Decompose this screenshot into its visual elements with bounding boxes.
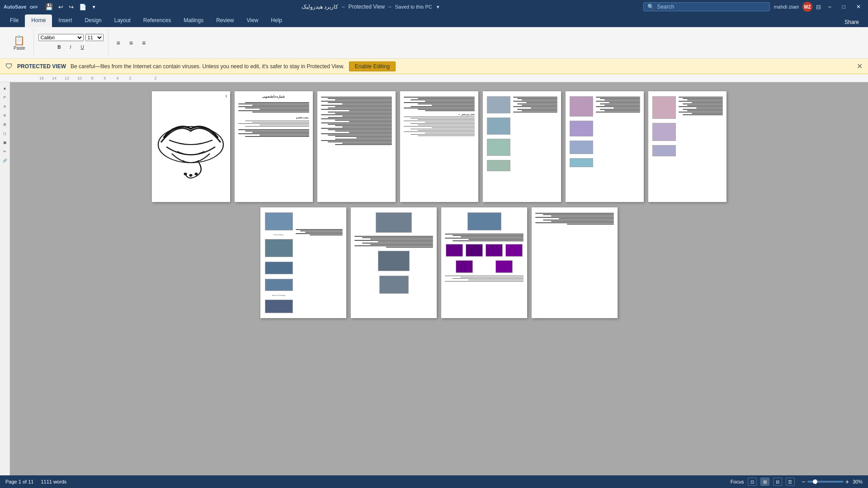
page-2-section2	[238, 129, 309, 137]
page-11-content	[532, 207, 618, 318]
page-8-img4	[265, 279, 293, 291]
tab-file[interactable]: File	[4, 14, 25, 27]
ribbon-group-font: Calibri 11 B I U	[34, 29, 108, 56]
left-tool-1[interactable]: P	[1, 93, 9, 101]
page-5-content	[483, 91, 561, 202]
page-6-text	[596, 95, 640, 198]
page-8-img2	[265, 239, 293, 257]
shield-icon: 🛡	[5, 62, 13, 70]
align-center-button[interactable]: ≡	[126, 38, 137, 48]
ribbon-group-paragraph: ≡ ≡ ≡	[108, 29, 154, 56]
title-center: کاربرد هیدرولیک – Protected View – Saved…	[102, 4, 640, 10]
bold-button[interactable]: B	[54, 43, 64, 52]
left-tool-3[interactable]: B	[1, 111, 9, 119]
page-10-text1	[445, 234, 524, 241]
page-10-grid-img3	[466, 244, 483, 257]
zoom-in-button[interactable]: +	[845, 478, 849, 485]
page-6-img3	[570, 141, 593, 154]
maximize-button[interactable]: □	[839, 0, 849, 14]
app-logo: AutoSave OFF	[4, 4, 38, 9]
customize-icon[interactable]: ▼	[90, 4, 98, 10]
web-layout-button[interactable]: ⊟	[773, 478, 782, 486]
page-10-top-img	[445, 211, 524, 232]
page-10-grid-img2	[486, 244, 503, 257]
page-10-grid-img5	[495, 260, 513, 273]
page-3-text	[321, 97, 392, 145]
saved-dropdown-icon[interactable]: ▼	[436, 5, 440, 9]
ruler-2: 2	[124, 76, 137, 80]
read-mode-button[interactable]: ⊞	[760, 478, 769, 486]
page-10-content	[441, 207, 527, 318]
share-button[interactable]: Share	[839, 17, 864, 27]
font-size-select[interactable]: 11	[85, 34, 104, 41]
tab-help[interactable]: Help	[264, 14, 288, 27]
page-3[interactable]	[317, 91, 396, 202]
page-8-img5	[265, 300, 293, 313]
enable-editing-button[interactable]: Enable Editing	[349, 61, 396, 71]
ruler-12: 12	[61, 76, 73, 80]
left-tool-6[interactable]: ▣	[1, 138, 9, 146]
page-4[interactable]: فصل دوم بخش ۱:	[400, 91, 478, 202]
italic-button[interactable]: I	[66, 43, 75, 52]
tab-design[interactable]: Design	[78, 14, 108, 27]
left-tool-2[interactable]: A	[1, 102, 9, 110]
page-9-img-bot	[379, 276, 409, 294]
page-11[interactable]	[532, 207, 618, 318]
left-tool-5[interactable]: ◻	[1, 129, 9, 137]
page-1[interactable]: 1	[152, 91, 230, 202]
left-tool-4[interactable]: ⊞	[1, 120, 9, 128]
user-avatar[interactable]: MZ	[802, 2, 812, 12]
ribbon-toggle-icon[interactable]: ⊟	[816, 4, 821, 10]
tab-mailings[interactable]: Mailings	[177, 14, 210, 27]
zoom-slider-thumb[interactable]	[813, 479, 817, 484]
title-right: mahdi ziaei MZ ⊟ – □ ✕	[774, 0, 864, 14]
close-button[interactable]: ✕	[853, 0, 864, 14]
page-5-img2	[487, 117, 510, 135]
page-9[interactable]	[351, 207, 437, 318]
save-icon[interactable]: 💾	[43, 2, 55, 11]
align-right-button[interactable]: ≡	[138, 38, 149, 48]
ribbon-group-clipboard: 📋 Paste	[5, 29, 34, 56]
search-input[interactable]	[657, 4, 766, 10]
search-bar[interactable]: 🔍	[643, 2, 770, 11]
tab-home[interactable]: Home	[25, 14, 52, 27]
page-1-number: 1	[225, 94, 227, 98]
page-8[interactable]: Pick & Place Snap It Cartridge	[260, 207, 346, 318]
zoom-level: 30%	[853, 479, 863, 484]
view-mode-label: Protected View	[349, 4, 385, 10]
page-2-title: شماره دانشجویی	[238, 95, 309, 99]
page-4-text2	[404, 117, 475, 136]
page-10[interactable]	[441, 207, 527, 318]
font-family-select[interactable]: Calibri	[38, 34, 84, 41]
left-tool-8[interactable]: 🔗	[1, 156, 9, 164]
tab-insert[interactable]: Insert	[52, 14, 78, 27]
open-icon[interactable]: 📄	[77, 3, 88, 11]
tab-view[interactable]: View	[241, 14, 265, 27]
tab-layout[interactable]: Layout	[108, 14, 137, 27]
page-2[interactable]: شماره دانشجویی محسد دانشجو	[235, 91, 313, 202]
minimize-button[interactable]: –	[825, 0, 835, 14]
close-protected-bar-button[interactable]: ✕	[857, 62, 863, 70]
word-count: 1111 words	[41, 479, 66, 484]
outline-view-button[interactable]: ☰	[786, 478, 795, 486]
undo-icon[interactable]: ↩	[57, 3, 65, 11]
print-layout-button[interactable]: ⊡	[748, 478, 757, 486]
left-tool-7[interactable]: ✏	[1, 147, 9, 155]
zoom-slider[interactable]	[807, 481, 844, 483]
underline-button[interactable]: U	[77, 43, 88, 52]
redo-icon[interactable]: ↪	[67, 3, 75, 11]
page-5[interactable]	[483, 91, 561, 202]
paste-button[interactable]: 📋 Paste	[10, 33, 29, 52]
page-6[interactable]	[566, 91, 644, 202]
scroll-top-button[interactable]: ▲	[1, 84, 9, 92]
align-left-button[interactable]: ≡	[113, 38, 124, 48]
page-7-images	[652, 95, 677, 198]
tab-review[interactable]: Review	[210, 14, 240, 27]
ruler-8: 8	[86, 76, 99, 80]
page-6-content	[566, 91, 644, 202]
zoom-out-button[interactable]: −	[802, 478, 806, 485]
page-7[interactable]	[648, 91, 726, 202]
focus-label[interactable]: Focus	[731, 479, 744, 484]
page-5-img3	[487, 139, 510, 156]
tab-references[interactable]: References	[137, 14, 177, 27]
